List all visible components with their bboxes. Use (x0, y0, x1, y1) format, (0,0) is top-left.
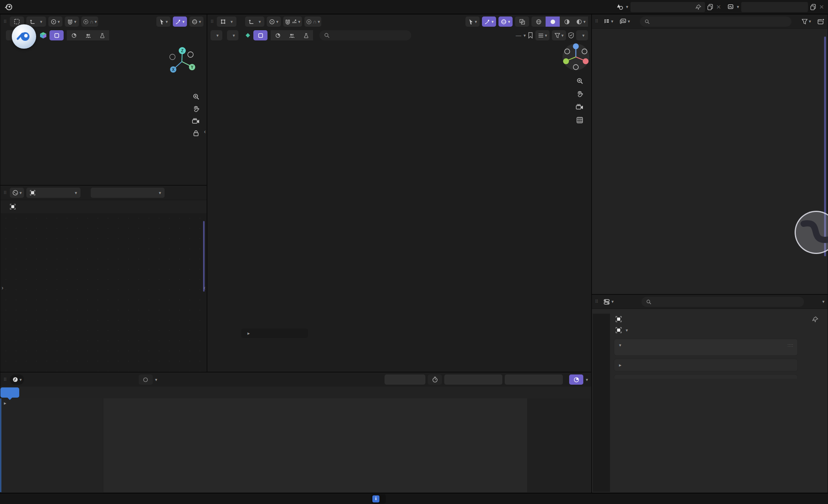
overlay-pill-4[interactable] (299, 30, 313, 40)
mini-proportional-edit-dropdown[interactable]: ∩▾ (81, 16, 99, 27)
new-collection-icon[interactable] (817, 18, 824, 25)
operator-panel[interactable]: ▸ (241, 329, 308, 338)
mini-shading-pill-1[interactable] (49, 30, 64, 40)
blender-logo-icon[interactable] (4, 2, 13, 12)
viewlayer-dropdown-icon[interactable]: ▾ (737, 5, 739, 9)
editor-type-dropdown[interactable]: ▾ (10, 188, 24, 198)
viewport-search[interactable] (319, 30, 411, 40)
material-preview-icon[interactable] (39, 31, 47, 39)
timeline-ruler[interactable] (1, 387, 591, 399)
overlays-toggle[interactable]: ▾ (498, 16, 513, 27)
sync-dropdown[interactable]: ▾ (586, 378, 588, 382)
viewlayer-name-field[interactable] (741, 2, 808, 12)
overlay-pill-3[interactable] (285, 30, 299, 40)
outliner-display-mode-dropdown[interactable]: ▾ (618, 16, 632, 27)
pan-hand-icon[interactable] (192, 106, 200, 113)
drag-grip-icon[interactable]: ⠿ (595, 20, 599, 22)
pan-hand-icon[interactable] (576, 91, 583, 98)
object-data-icon[interactable] (616, 327, 622, 333)
select-visibility-dropdown[interactable]: ▾ (465, 16, 480, 27)
bookmark-icon[interactable] (528, 32, 533, 38)
camera-view-icon[interactable] (576, 104, 583, 110)
shield-check-icon[interactable] (568, 32, 574, 38)
zoom-icon[interactable] (192, 93, 200, 100)
camera-view-icon[interactable] (192, 118, 200, 124)
pin-icon[interactable] (696, 4, 701, 10)
drag-mode-dropdown[interactable]: ▾ (227, 30, 239, 40)
gizmo-toggle[interactable]: ▾ (482, 16, 496, 27)
channel-expand-icon[interactable]: ▸ (4, 401, 6, 405)
shading-material-button[interactable] (560, 16, 574, 27)
drag-grip-icon[interactable]: ⠿ (4, 21, 7, 23)
properties-search[interactable] (641, 297, 804, 307)
properties-search-input[interactable] (654, 298, 799, 305)
orientation-dropdown[interactable]: ▾ (245, 16, 265, 27)
mini-snap-dropdown[interactable]: ▾ (74, 20, 77, 24)
mini-shading-pill-3[interactable] (81, 30, 95, 40)
delta-transform-panel[interactable]: ▸ (614, 359, 798, 371)
drag-grip-icon[interactable]: ⠿ (4, 379, 7, 381)
drag-grip-icon[interactable]: ⠿ (4, 192, 7, 194)
use-preview-range-icon[interactable] (428, 374, 442, 385)
mini-pivot-dropdown[interactable]: ▾ (48, 16, 62, 27)
mini-3d-scene[interactable] (0, 42, 207, 185)
outliner-editor-type-dropdown[interactable]: ▾ (601, 16, 616, 27)
outliner-search-input[interactable] (653, 18, 787, 25)
new-scene-icon[interactable] (707, 4, 714, 10)
unlink-scene-icon[interactable]: ✕ (716, 4, 721, 11)
mini-gizmo-toggle[interactable]: ▾ (173, 16, 187, 27)
scene-name-field[interactable] (630, 2, 705, 12)
mode-dropdown[interactable]: ▾ (217, 16, 236, 27)
options-dropdown[interactable]: ▾ (576, 30, 588, 40)
mini-overlays-toggle[interactable]: ▾ (189, 16, 203, 27)
autokey-toggle[interactable] (139, 374, 153, 385)
mask-dropdown[interactable]: — (516, 32, 521, 38)
mini-shading-pill-4[interactable] (95, 30, 109, 40)
mini-region-collapse-icon[interactable]: ‹ (204, 128, 206, 135)
overlay-pill-2[interactable] (271, 30, 285, 40)
overlay-pill-1[interactable] (253, 30, 267, 40)
grid-ortho-icon[interactable] (576, 117, 583, 124)
properties-editor-type-dropdown[interactable]: ▾ (601, 297, 616, 307)
shading-rendered-button[interactable]: ▾ (574, 16, 588, 27)
pivot-dropdown[interactable]: ▾ (267, 16, 281, 27)
shading-solid-button[interactable] (546, 16, 560, 27)
node-region-expand-icon[interactable]: › (2, 285, 4, 291)
mini-snap-magnet-icon[interactable]: ▾ (65, 16, 79, 27)
timeline-editor-type-dropdown[interactable]: ▾ (10, 374, 24, 385)
main-3d-scene[interactable] (207, 42, 591, 372)
xray-toggle[interactable] (515, 16, 529, 27)
drag-grip-icon[interactable]: ⠿ (211, 21, 214, 23)
slot-dropdown[interactable]: ▾ (91, 188, 165, 198)
view-list-dropdown[interactable]: ▾ (535, 30, 550, 40)
panel-collapse-icon[interactable]: ▾ (619, 343, 621, 347)
timeline-channels[interactable]: ▸ (1, 398, 591, 492)
viewport-search-input[interactable] (333, 32, 393, 39)
snap-diamond-icon[interactable] (245, 32, 251, 38)
remove-viewlayer-icon[interactable]: ✕ (819, 4, 824, 11)
outliner-filter-dropdown[interactable]: ▾ (799, 16, 813, 27)
playhead-line[interactable] (0, 398, 1, 492)
properties-options-dropdown[interactable]: ▾ (822, 299, 824, 304)
snap-dropdown[interactable]: ▾ (283, 16, 302, 27)
lock-view-icon[interactable] (193, 130, 199, 137)
playhead-badge[interactable] (0, 387, 19, 398)
filter-dropdown[interactable]: ▾ (552, 30, 566, 40)
current-frame-field[interactable] (385, 374, 425, 385)
frame-end-field[interactable] (505, 374, 563, 385)
object-selector-dropdown[interactable]: ▾ (626, 328, 628, 332)
pin-id-icon[interactable] (812, 316, 818, 322)
panel-grip-icon[interactable]: :::: (788, 343, 793, 347)
frame-start-field[interactable] (444, 374, 502, 385)
viewlayer-type-icon[interactable] (727, 4, 735, 10)
mini-shading-pill-2[interactable] (67, 30, 81, 40)
outliner-search[interactable] (640, 16, 791, 27)
keying-dropdown[interactable]: ▾ (155, 378, 158, 382)
drag-grip-icon[interactable]: ⠿ (595, 301, 599, 303)
mini-select-visibility-dropdown[interactable]: ▾ (156, 16, 170, 27)
zoom-icon[interactable] (576, 77, 583, 84)
node-context-object-dropdown[interactable]: ▾ (26, 188, 81, 198)
proportional-edit-dropdown[interactable]: ∩▾ (304, 16, 322, 27)
tool-dropdown[interactable]: ▾ (211, 30, 222, 40)
new-viewlayer-icon[interactable] (810, 4, 817, 10)
